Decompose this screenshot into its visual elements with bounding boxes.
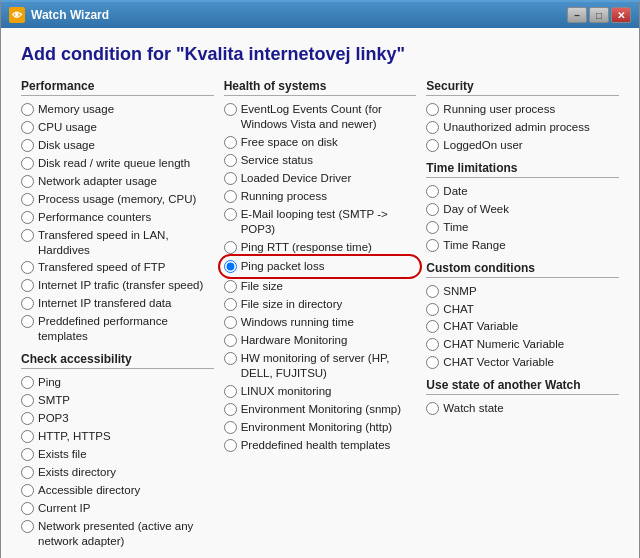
radio-performance-counters-input[interactable] <box>21 211 34 224</box>
radio-ping-rtt-input[interactable] <box>224 241 237 254</box>
radio-loggedon-user-input[interactable] <box>426 139 439 152</box>
radio-time-range-input[interactable] <box>426 239 439 252</box>
radio-service-status[interactable]: Service status <box>224 153 417 168</box>
radio-date[interactable]: Date <box>426 184 619 199</box>
radio-transfered-speed-lan[interactable]: Transfered speed in LAN, Harddives <box>21 228 214 258</box>
radio-network-adapter-input[interactable] <box>21 175 34 188</box>
radio-ping-packet-loss-input[interactable] <box>224 260 237 273</box>
radio-internet-ip-traffic-input[interactable] <box>21 279 34 292</box>
radio-preddefined-perf[interactable]: Preddefined performance templates <box>21 314 214 344</box>
radio-transfered-speed-lan-input[interactable] <box>21 229 34 242</box>
radio-chat-vector-variable[interactable]: CHAT Vector Variable <box>426 355 619 370</box>
radio-performance-counters[interactable]: Performance counters <box>21 210 214 225</box>
radio-hw-monitoring-server-input[interactable] <box>224 352 237 365</box>
radio-disk-rw-queue[interactable]: Disk read / write queue length <box>21 156 214 171</box>
radio-internet-ip-traffic[interactable]: Internet IP trafic (transfer speed) <box>21 278 214 293</box>
radio-loggedon-user[interactable]: LoggedOn user <box>426 138 619 153</box>
radio-windows-running-time[interactable]: Windows running time <box>224 315 417 330</box>
radio-process-usage[interactable]: Process usage (memory, CPU) <box>21 192 214 207</box>
radio-ping-rtt[interactable]: Ping RTT (response time) <box>224 240 417 255</box>
radio-internet-ip-transfered-input[interactable] <box>21 297 34 310</box>
radio-free-space-input[interactable] <box>224 136 237 149</box>
radio-env-monitoring-snmp[interactable]: Environment Monitoring (snmp) <box>224 402 417 417</box>
radio-chat-variable[interactable]: CHAT Variable <box>426 319 619 334</box>
radio-loaded-device[interactable]: Loaded Device Driver <box>224 171 417 186</box>
radio-free-space[interactable]: Free space on disk <box>224 135 417 150</box>
radio-snmp[interactable]: SNMP <box>426 284 619 299</box>
radio-chat[interactable]: CHAT <box>426 302 619 317</box>
radio-watch-state-input[interactable] <box>426 402 439 415</box>
radio-watch-state[interactable]: Watch state <box>426 401 619 416</box>
radio-env-monitoring-snmp-input[interactable] <box>224 403 237 416</box>
maximize-button[interactable]: □ <box>589 7 609 23</box>
radio-file-size[interactable]: File size <box>224 279 417 294</box>
radio-chat-numeric-variable-input[interactable] <box>426 338 439 351</box>
radio-exists-file[interactable]: Exists file <box>21 447 214 462</box>
radio-file-size-directory-input[interactable] <box>224 298 237 311</box>
radio-smtp-input[interactable] <box>21 394 34 407</box>
radio-hardware-monitoring[interactable]: Hardware Monitoring <box>224 333 417 348</box>
radio-smtp[interactable]: SMTP <box>21 393 214 408</box>
radio-running-process-input[interactable] <box>224 190 237 203</box>
radio-internet-ip-transfered[interactable]: Internet IP transfered data <box>21 296 214 311</box>
radio-linux-monitoring[interactable]: LINUX monitoring <box>224 384 417 399</box>
radio-memory-usage[interactable]: Memory usage <box>21 102 214 117</box>
radio-transfered-ftp-input[interactable] <box>21 261 34 274</box>
radio-file-size-input[interactable] <box>224 280 237 293</box>
radio-linux-monitoring-input[interactable] <box>224 385 237 398</box>
radio-transfered-ftp[interactable]: Transfered speed of FTP <box>21 260 214 275</box>
radio-time-range[interactable]: Time Range <box>426 238 619 253</box>
radio-ping-packet-loss[interactable]: Ping packet loss <box>224 257 417 276</box>
radio-memory-usage-input[interactable] <box>21 103 34 116</box>
radio-running-user-process[interactable]: Running user process <box>426 102 619 117</box>
radio-running-process[interactable]: Running process <box>224 189 417 204</box>
radio-eventlog[interactable]: EventLog Events Count (for Windows Vista… <box>224 102 417 132</box>
radio-chat-variable-input[interactable] <box>426 320 439 333</box>
radio-accessible-directory-input[interactable] <box>21 484 34 497</box>
radio-disk-rw-queue-input[interactable] <box>21 157 34 170</box>
radio-day-of-week-input[interactable] <box>426 203 439 216</box>
radio-current-ip[interactable]: Current IP <box>21 501 214 516</box>
radio-snmp-input[interactable] <box>426 285 439 298</box>
radio-accessible-directory[interactable]: Accessible directory <box>21 483 214 498</box>
radio-time[interactable]: Time <box>426 220 619 235</box>
radio-running-user-process-input[interactable] <box>426 103 439 116</box>
radio-preddefined-health-input[interactable] <box>224 439 237 452</box>
radio-chat-numeric-variable[interactable]: CHAT Numeric Variable <box>426 337 619 352</box>
radio-hardware-monitoring-input[interactable] <box>224 334 237 347</box>
radio-loaded-device-input[interactable] <box>224 172 237 185</box>
close-button[interactable]: ✕ <box>611 7 631 23</box>
radio-pop3[interactable]: POP3 <box>21 411 214 426</box>
radio-exists-directory[interactable]: Exists directory <box>21 465 214 480</box>
radio-network-presented[interactable]: Network presented (active any network ad… <box>21 519 214 549</box>
radio-exists-file-input[interactable] <box>21 448 34 461</box>
radio-process-usage-input[interactable] <box>21 193 34 206</box>
radio-pop3-input[interactable] <box>21 412 34 425</box>
radio-network-presented-input[interactable] <box>21 520 34 533</box>
radio-env-monitoring-http-input[interactable] <box>224 421 237 434</box>
radio-chat-vector-variable-input[interactable] <box>426 356 439 369</box>
radio-preddefined-health[interactable]: Preddefined health templates <box>224 438 417 453</box>
radio-day-of-week[interactable]: Day of Week <box>426 202 619 217</box>
radio-cpu-usage-input[interactable] <box>21 121 34 134</box>
radio-time-input[interactable] <box>426 221 439 234</box>
radio-cpu-usage[interactable]: CPU usage <box>21 120 214 135</box>
radio-ping-input[interactable] <box>21 376 34 389</box>
minimize-button[interactable]: – <box>567 7 587 23</box>
radio-file-size-directory[interactable]: File size in directory <box>224 297 417 312</box>
radio-unauthorized-admin-input[interactable] <box>426 121 439 134</box>
radio-disk-usage-input[interactable] <box>21 139 34 152</box>
radio-windows-running-time-input[interactable] <box>224 316 237 329</box>
radio-http-https-input[interactable] <box>21 430 34 443</box>
radio-email-looping[interactable]: E-Mail looping test (SMTP -> POP3) <box>224 207 417 237</box>
radio-date-input[interactable] <box>426 185 439 198</box>
radio-eventlog-input[interactable] <box>224 103 237 116</box>
radio-unauthorized-admin[interactable]: Unauthorized admin process <box>426 120 619 135</box>
radio-env-monitoring-http[interactable]: Environment Monitoring (http) <box>224 420 417 435</box>
radio-preddefined-perf-input[interactable] <box>21 315 34 328</box>
radio-chat-input[interactable] <box>426 303 439 316</box>
radio-exists-directory-input[interactable] <box>21 466 34 479</box>
radio-network-adapter[interactable]: Network adapter usage <box>21 174 214 189</box>
radio-http-https[interactable]: HTTP, HTTPS <box>21 429 214 444</box>
radio-disk-usage[interactable]: Disk usage <box>21 138 214 153</box>
